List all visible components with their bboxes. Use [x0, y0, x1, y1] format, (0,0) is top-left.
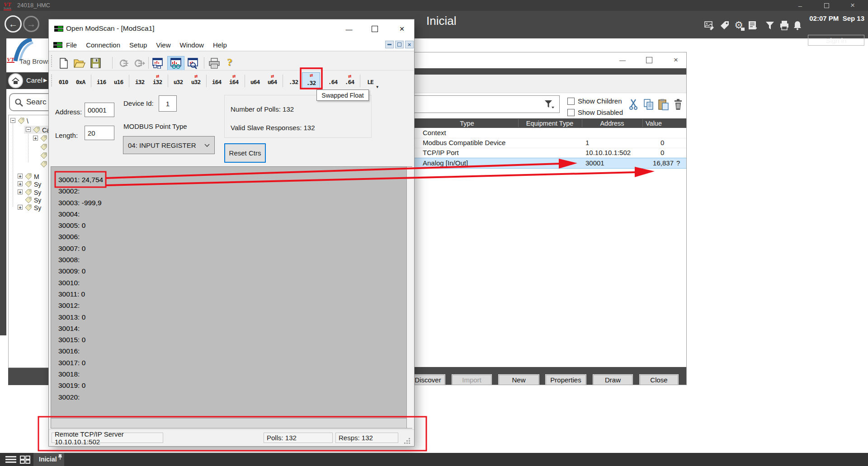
collapse-icon[interactable]: − [26, 127, 31, 132]
status-resps: Resps: 132 [335, 433, 398, 443]
format-button-i64[interactable]: i64 [209, 74, 224, 87]
format-button-u32-swapped[interactable]: ⇄u32 [188, 74, 203, 87]
home-icon[interactable] [8, 73, 23, 88]
register-line: 30017: 0 [58, 357, 103, 368]
menu-hamburger-icon[interactable] [5, 456, 16, 463]
format-button-f64-swapped[interactable]: ⇄.64 [342, 74, 357, 87]
breadcrumb-arrow-icon[interactable]: ▶ [43, 77, 47, 83]
tag-icon [25, 181, 32, 189]
tag-icon [40, 152, 47, 161]
expand-icon[interactable]: + [18, 205, 23, 210]
table-row[interactable]: TCP/IP Port10.10.10.1:5020 [414, 148, 686, 158]
tag-icon [40, 161, 47, 169]
mdi-minimize-button[interactable] [385, 41, 394, 48]
format-button-i64-swapped[interactable]: ⇄i64 [226, 74, 241, 87]
horizontal-scrollbar[interactable] [51, 418, 406, 428]
menu-view[interactable]: View [151, 39, 175, 51]
resize-grip[interactable] [404, 438, 410, 444]
format-button-i16[interactable]: i16 [94, 74, 109, 87]
toolbar-separator [206, 75, 207, 87]
help-icon[interactable]: ? [227, 56, 232, 68]
format-button-f32-swapped[interactable]: ⇄.32 [302, 72, 320, 89]
expand-icon[interactable]: + [18, 181, 23, 186]
register-data-area: 30001: 24,75430002:30003: -999,930004:30… [51, 166, 412, 428]
cell-address: 1 [585, 139, 589, 146]
status-connection: Remote TCP/IP Server 10.10.10.1:502 [52, 433, 163, 443]
menu-help[interactable]: Help [208, 39, 231, 51]
new-button[interactable]: New [498, 374, 539, 385]
format-button-f32[interactable]: .32 [286, 74, 301, 87]
draw-button[interactable]: Draw [593, 374, 633, 385]
length-input[interactable]: 20 [85, 126, 114, 140]
register-line: 30002: [58, 185, 103, 197]
format-button-u64-swapped[interactable]: ⇄u64 [264, 74, 280, 87]
table-row[interactable]: Modbus Compatible Device10 [414, 138, 686, 148]
toolbar-separator [283, 75, 283, 87]
expand-icon[interactable]: + [33, 136, 38, 141]
print-toolbar-icon[interactable] [208, 58, 220, 71]
menu-file[interactable]: File [61, 39, 81, 51]
format-button-u32[interactable]: u32 [170, 74, 186, 87]
register-line: 30009: 0 [58, 265, 103, 277]
cell-type: Modbus Compatible Device [423, 139, 505, 146]
format-button-i32-swapped[interactable]: ⇄i32 [150, 74, 165, 87]
reset-counters-button[interactable]: Reset Ctrs [224, 143, 266, 163]
device-id-input[interactable]: 1 [159, 95, 177, 112]
register-line: 30014: [58, 323, 103, 334]
expand-icon[interactable]: + [18, 189, 23, 194]
register-line: 30001: 24,754 [58, 174, 103, 185]
modscan-minimize-button[interactable]: — [339, 19, 359, 38]
menu-connection[interactable]: Connection [81, 39, 125, 51]
modscan-maximize-button[interactable] [365, 19, 385, 38]
register-line: 30005: 0 [58, 220, 103, 231]
discover-button[interactable]: Discover [414, 374, 445, 385]
modscan-app-icon [54, 26, 63, 32]
close-button[interactable]: Close [639, 374, 679, 385]
register-line: 30013: 0 [58, 311, 103, 323]
vertical-scrollbar[interactable] [406, 167, 412, 428]
address-input[interactable]: 00001 [85, 103, 114, 117]
modscan-toolbar-main: ? [49, 51, 414, 70]
menu-window[interactable]: Window [175, 39, 208, 51]
table-row[interactable]: Analog [In/Out]3000116,837? [414, 158, 686, 169]
connect-icon[interactable] [119, 58, 130, 71]
properties-button[interactable]: Properties [545, 374, 586, 385]
register-list: 30001: 24,75430002:30003: -999,930004:30… [58, 174, 103, 403]
table-row[interactable]: Context [414, 128, 686, 138]
new-file-icon[interactable] [59, 58, 69, 71]
modscan-close-button[interactable]: × [392, 19, 412, 38]
format-button-i32[interactable]: i32 [132, 74, 147, 87]
format-button-u64[interactable]: u64 [247, 74, 263, 87]
point-type-select[interactable]: 04: INPUT REGISTER [123, 136, 215, 154]
window-grid-icon[interactable] [20, 456, 31, 464]
swap-arrows-icon: ⇄ [156, 73, 159, 79]
search-icon [14, 98, 24, 107]
save-icon[interactable] [90, 58, 101, 70]
swap-arrows-icon: ⇄ [310, 72, 312, 78]
display-setup-icon[interactable] [152, 57, 163, 71]
mdi-system-icon[interactable] [53, 42, 62, 48]
open-file-icon[interactable] [74, 59, 85, 70]
expand-icon[interactable]: + [18, 174, 23, 179]
format-button-LE[interactable]: LE▼ [363, 74, 378, 87]
format-button-u16[interactable]: u16 [111, 74, 126, 87]
menu-setup[interactable]: Setup [125, 39, 151, 51]
register-line: 30006: [58, 231, 103, 242]
left-dark-strip [0, 38, 6, 335]
mdi-close-button[interactable]: × [405, 41, 414, 48]
msg-monitor-icon[interactable] [187, 57, 198, 71]
breadcrumb[interactable]: Carel [26, 76, 42, 84]
cell-value: 0 [660, 139, 664, 146]
disconnect-icon[interactable] [134, 58, 146, 71]
format-button-0xA[interactable]: 0xA [73, 74, 88, 87]
taskbar-tab-inicial[interactable]: Inicial [33, 453, 64, 466]
collapse-icon[interactable]: − [10, 118, 15, 123]
swap-arrows-icon: ⇄ [271, 73, 274, 79]
register-line: 30008: [58, 254, 103, 265]
cell-type: Context [423, 129, 446, 137]
format-button-f64[interactable]: .64 [325, 74, 340, 87]
mdi-restore-button[interactable] [395, 41, 404, 48]
data-display-icon[interactable] [170, 57, 182, 71]
tag-browser-logo: VT [7, 57, 14, 63]
format-button-010[interactable]: 010 [56, 74, 71, 87]
